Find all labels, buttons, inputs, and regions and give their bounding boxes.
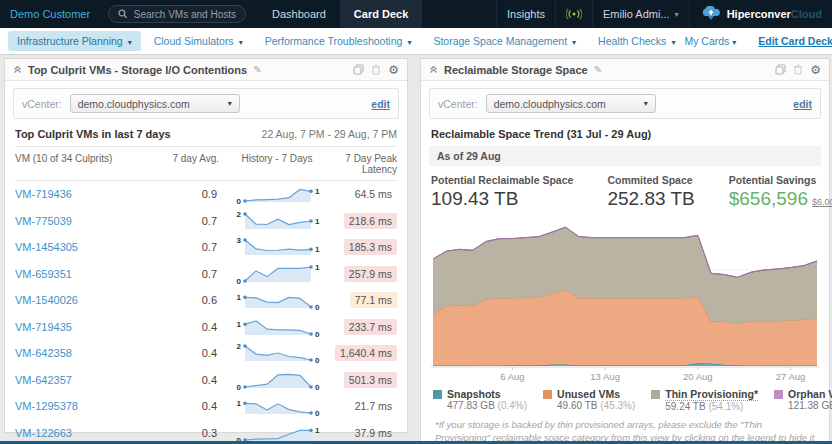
avg-value: 0.6 (163, 294, 219, 306)
app-logo[interactable]: HiperconverCloud (689, 0, 832, 28)
edit-title-icon[interactable]: ✎ (594, 64, 602, 75)
table-row: VM-14543050.731185.3 ms (15, 234, 397, 261)
cloud-logo-icon (700, 6, 722, 23)
svg-text:0: 0 (237, 197, 242, 205)
stats-row: Potential Reclaimable Space109.43 TBComm… (421, 166, 829, 212)
svg-text:1: 1 (315, 217, 320, 226)
customer-name[interactable]: Demo Customer (0, 8, 108, 20)
collapse-icon[interactable] (13, 65, 22, 74)
gear-icon[interactable]: ⚙ (388, 64, 399, 76)
vm-link[interactable]: VM-1295378 (15, 400, 163, 412)
vm-link[interactable]: VM-719435 (15, 321, 163, 333)
svg-text:0: 0 (315, 409, 320, 417)
deck-tab-storage-space-management[interactable]: Storage Space Management▾ (424, 31, 585, 51)
svg-text:0: 0 (315, 303, 320, 311)
deck-tab-infrastructure-planning[interactable]: Infrastructure Planning▾ (8, 31, 141, 51)
stat-commited-space: Commited Space252.83 TB (607, 174, 694, 210)
peak-latency: 37.9 ms (335, 427, 397, 439)
avg-value: 0.3 (163, 427, 219, 439)
table-row: VM-7194360.90164.5 ms (15, 181, 397, 208)
vm-link[interactable]: VM-1540026 (15, 294, 163, 306)
price-per-gb-link[interactable]: $6.00 per GB (812, 197, 832, 207)
svg-text:1: 1 (237, 294, 242, 303)
trash-icon[interactable] (371, 64, 381, 75)
vm-link[interactable]: VM-122663 (15, 427, 163, 439)
date-range: 22 Aug, 7 PM - 29 Aug, 7 PM (262, 128, 397, 140)
deck-tab-cloud-simulators[interactable]: Cloud Simulators▾ (145, 31, 252, 51)
user-name: Emilio Admi... (603, 8, 670, 20)
vcenter-dropdown[interactable]: demo.cloudphysics.com ▾ (486, 94, 656, 113)
vcenter-dropdown[interactable]: demo.cloudphysics.com ▾ (70, 94, 240, 113)
duplicate-icon[interactable] (353, 64, 364, 75)
svg-text:20 Aug: 20 Aug (683, 371, 713, 382)
chevron-down-icon: ▾ (671, 38, 675, 47)
top-bar: Demo Customer Search VMs and Hosts Dashb… (0, 0, 832, 28)
vm-link[interactable]: VM-642357 (15, 374, 163, 386)
svg-text:2: 2 (237, 210, 242, 219)
chevron-down-icon: ▾ (239, 38, 243, 47)
collapse-icon[interactable] (429, 65, 438, 74)
card-header: Reclaimable Storage Space ✎ ⚙ (421, 59, 829, 81)
tab-card-deck[interactable]: Card Deck (340, 0, 422, 28)
chevron-down-icon: ▾ (228, 99, 232, 108)
vm-link[interactable]: VM-659351 (15, 268, 163, 280)
avg-value: 0.4 (163, 400, 219, 412)
chevron-down-icon: ▾ (128, 38, 132, 47)
peak-latency: 21.7 ms (335, 400, 397, 412)
history-sparkline: 10 (231, 289, 323, 311)
vm-link[interactable]: VM-642358 (15, 347, 163, 359)
search-icon (118, 9, 128, 19)
svg-text:1: 1 (315, 426, 320, 435)
vcenter-edit-link[interactable]: edit (793, 98, 812, 110)
stat-potential-reclaimable-space: Potential Reclaimable Space109.43 TB (431, 174, 573, 210)
table-row: VM-6423580.4201,640.4 ms (15, 340, 397, 367)
avg-value: 0.7 (163, 241, 219, 253)
insights-link[interactable]: Insights (496, 0, 555, 28)
status-signal[interactable] (555, 0, 592, 28)
table-row: VM-7750390.721218.6 ms (15, 208, 397, 235)
deck-tab-performance-troubleshooting[interactable]: Performance Troubleshooting▾ (256, 31, 421, 51)
edit-card-decks-link[interactable]: Edit Card Decks (758, 35, 832, 47)
vcenter-selector-box: vCenter: demo.cloudphysics.com ▾ edit (13, 88, 399, 119)
chevron-down-icon: ▾ (732, 38, 736, 47)
tab-dashboard[interactable]: Dashboard (258, 0, 340, 28)
table-row: VM-15400260.61077.1 ms (15, 287, 397, 314)
user-menu[interactable]: Emilio Admi... ▾ (592, 0, 689, 28)
avg-value: 0.4 (163, 347, 219, 359)
legend-item-thin-provisioning-[interactable]: Thin Provisioning*59.24 TB (54.1%) (651, 388, 758, 412)
my-cards-menu[interactable]: My Cards ▾ (684, 35, 736, 47)
history-sparkline: 20 (231, 342, 323, 364)
peak-latency: 218.6 ms (335, 213, 397, 229)
vcenter-value: demo.cloudphysics.com (78, 98, 190, 110)
legend-item-unused-vms[interactable]: Unused VMs49.60 TB (45.3%) (543, 388, 635, 412)
legend-item-orphan-vm-files[interactable]: Orphan VM Files121.38 GB (0.1%) (774, 388, 832, 412)
svg-text:0: 0 (237, 277, 242, 285)
trend-subtitle: Reclaimable Space Trend (31 Jul - 29 Aug… (431, 128, 651, 140)
history-sparkline: 10 (231, 395, 323, 417)
edit-title-icon[interactable]: ✎ (253, 64, 261, 75)
vm-link[interactable]: VM-719436 (15, 188, 163, 200)
deck-tab-health-checks[interactable]: Health Checks▾ (589, 31, 684, 51)
chevron-down-icon: ▾ (407, 38, 411, 47)
card-title: Reclaimable Storage Space (444, 64, 588, 76)
card-header: Top Culprit VMs - Storage I/O Contention… (5, 59, 407, 81)
svg-text:0: 0 (315, 383, 320, 391)
gear-icon[interactable]: ⚙ (810, 64, 821, 76)
card-title: Top Culprit VMs - Storage I/O Contention… (28, 64, 247, 76)
chevron-down-icon: ▾ (572, 38, 576, 47)
legend-item-snapshots[interactable]: Snapshots477.83 GB (0.4%) (433, 388, 527, 412)
vm-link[interactable]: VM-775039 (15, 215, 163, 227)
vm-link[interactable]: VM-1454305 (15, 241, 163, 253)
deck-tabs: Infrastructure Planning▾Cloud Simulators… (0, 31, 684, 51)
avg-value: 0.4 (163, 321, 219, 333)
table-row: VM-7194350.410233.7 ms (15, 314, 397, 341)
vcenter-edit-link[interactable]: edit (371, 98, 390, 110)
duplicate-icon[interactable] (775, 64, 786, 75)
search-input[interactable]: Search VMs and Hosts (108, 5, 246, 23)
legend-swatch (433, 390, 442, 399)
chevron-down-icon: ▾ (675, 10, 679, 19)
trash-icon[interactable] (793, 64, 803, 75)
table-subtitle: Top Culprit VMs in last 7 days (15, 128, 171, 140)
svg-text:6 Aug: 6 Aug (500, 371, 524, 382)
legend-swatch (543, 390, 552, 399)
